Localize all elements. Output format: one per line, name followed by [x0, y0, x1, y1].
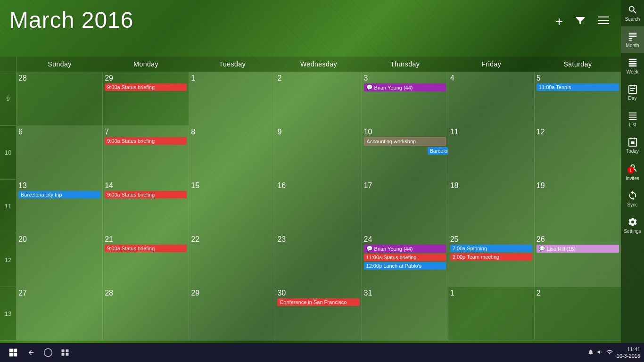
week-number: 11: [0, 180, 17, 233]
sidebar-settings-button[interactable]: Settings: [621, 212, 644, 239]
task-view-button[interactable]: [57, 344, 74, 361]
day-cell[interactable]: 10 Accounting workshop Barcelona city tr…: [362, 126, 448, 179]
volume-icon[interactable]: [597, 349, 603, 357]
event[interactable]: Barcelona city trip: [18, 191, 100, 198]
day-cell[interactable]: 17: [362, 180, 448, 233]
sidebar-sync-button[interactable]: Sync: [621, 186, 644, 212]
today-icon: [627, 137, 638, 147]
filter-button[interactable]: [572, 12, 588, 31]
day-cell[interactable]: 31: [362, 287, 448, 340]
sidebar-day-button[interactable]: Day: [621, 79, 644, 106]
day-cell[interactable]: 3 💬 Brian Young (44): [362, 72, 448, 125]
day-cell[interactable]: 25 7:00a Spinning 3:00p Team meeting: [448, 233, 535, 287]
spanning-event[interactable]: Barcelona city trip: [428, 147, 448, 155]
menu-button[interactable]: [595, 12, 611, 31]
start-button[interactable]: [4, 343, 23, 362]
day-cell[interactable]: 23: [275, 233, 362, 287]
day-number: 18: [450, 181, 532, 190]
invites-icon-container: 1: [627, 163, 638, 174]
event[interactable]: 3:00p Team meeting: [450, 253, 532, 261]
sidebar-today-button[interactable]: Today: [621, 132, 644, 158]
add-button[interactable]: +: [553, 12, 565, 32]
sidebar-week-button[interactable]: Week: [621, 53, 644, 79]
day-number: 1: [191, 74, 273, 82]
sidebar-month-button[interactable]: Month: [621, 26, 644, 53]
event[interactable]: 7:00a Spinning: [450, 245, 532, 252]
day-headers: Sunday Monday Tuesday Wednesday Thursday…: [0, 57, 621, 72]
event[interactable]: 💬 Brian Young (44): [364, 83, 446, 91]
svg-rect-28: [9, 353, 13, 357]
day-cell[interactable]: 21 9:00a Status briefing: [103, 233, 189, 287]
svg-rect-33: [62, 353, 65, 356]
day-cell[interactable]: 1: [189, 72, 275, 125]
day-cell[interactable]: 12: [535, 126, 621, 179]
day-cell[interactable]: 24 💬 Brian Young (44) 11:00a Status brie…: [362, 233, 448, 287]
event[interactable]: 9:00a Status briefing: [105, 137, 187, 145]
day-cell[interactable]: 1: [448, 287, 535, 340]
week-num-header: [0, 57, 17, 72]
day-number: 7: [105, 128, 187, 136]
day-cell[interactable]: 18: [448, 180, 535, 233]
day-cell[interactable]: 16: [275, 180, 362, 233]
event[interactable]: 9:00a Status briefing: [105, 83, 187, 91]
day-cell[interactable]: 28: [17, 72, 103, 125]
day-cell[interactable]: 14 9:00a Status briefing: [103, 180, 189, 233]
day-cell[interactable]: 9: [275, 126, 362, 179]
svg-point-30: [44, 349, 52, 357]
sidebar-invites-button[interactable]: 1 Invites: [621, 158, 644, 186]
day-cell[interactable]: 15: [189, 180, 275, 233]
day-cell[interactable]: 20: [17, 233, 103, 287]
svg-rect-12: [628, 86, 636, 94]
day-cell[interactable]: 29: [189, 287, 275, 340]
svg-rect-26: [9, 349, 13, 353]
day-cell[interactable]: 5 11:00a Tennis: [535, 72, 621, 125]
day-cell[interactable]: 6: [17, 126, 103, 179]
back-button[interactable]: [23, 344, 40, 361]
day-cell[interactable]: 2: [535, 287, 621, 340]
day-number: 29: [105, 74, 187, 82]
event[interactable]: 9:00a Status briefing: [105, 245, 187, 252]
sidebar-sync-label: Sync: [627, 202, 637, 207]
event[interactable]: 💬 Brian Young (44): [364, 245, 446, 253]
sidebar-list-button[interactable]: List: [621, 106, 644, 132]
month-icon: [627, 31, 638, 41]
event[interactable]: Conference in San Francisco: [277, 298, 359, 306]
event[interactable]: 💬 Lisa Hill (15): [537, 245, 619, 253]
day-number: 10: [364, 128, 446, 136]
calendar-header: March 2016 +: [0, 0, 621, 57]
day-cell[interactable]: 4: [448, 72, 535, 125]
notification-icon[interactable]: [587, 349, 594, 357]
svg-rect-31: [62, 349, 65, 352]
event[interactable]: 11:00a Tennis: [537, 83, 619, 91]
day-cell[interactable]: 28: [103, 287, 189, 340]
svg-rect-19: [628, 117, 636, 118]
day-number: 11: [450, 128, 532, 136]
day-number: 28: [18, 74, 100, 82]
day-cell[interactable]: 13 Barcelona city trip: [17, 180, 103, 233]
day-cell[interactable]: 22: [189, 233, 275, 287]
cortana-button[interactable]: [40, 344, 57, 361]
day-cell[interactable]: 29 9:00a Status briefing: [103, 72, 189, 125]
sidebar-search-button[interactable]: Search: [621, 0, 644, 26]
day-cell[interactable]: 8: [189, 126, 275, 179]
day-cell[interactable]: 19: [535, 180, 621, 233]
event[interactable]: Accounting workshop: [364, 137, 446, 146]
event[interactable]: 11:00a Status briefing: [364, 254, 446, 261]
day-header-tue: Tuesday: [189, 57, 275, 72]
day-cell[interactable]: 27: [17, 287, 103, 340]
event[interactable]: 12:00p Lunch at Pablo's: [364, 262, 446, 270]
svg-rect-11: [628, 66, 636, 67]
day-number: 1: [450, 289, 532, 297]
day-cell[interactable]: 26 💬 Lisa Hill (15): [535, 233, 621, 287]
clock: 11:41 10-3-2016: [617, 346, 640, 360]
network-icon[interactable]: [606, 349, 613, 357]
event[interactable]: 9:00a Status briefing: [105, 191, 187, 198]
day-cell[interactable]: 2: [275, 72, 362, 125]
day-cell[interactable]: 30 Conference in San Francisco: [275, 287, 362, 340]
day-cell[interactable]: 11: [448, 126, 535, 179]
svg-rect-6: [628, 38, 632, 39]
day-number: 28: [105, 289, 187, 297]
day-cell[interactable]: 7 9:00a Status briefing: [103, 126, 189, 179]
right-sidebar: Search Month Week Day List Today 1 Invit…: [621, 0, 644, 343]
sidebar-week-label: Week: [627, 69, 638, 74]
